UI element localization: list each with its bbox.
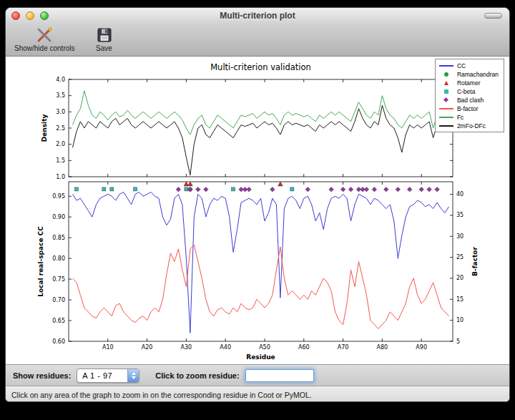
svg-text:1.0: 1.0 <box>56 174 65 180</box>
close-button[interactable] <box>11 11 20 20</box>
save-icon <box>97 26 112 44</box>
legend-entry: 2mFo-DFc <box>439 122 499 130</box>
svg-text:0.95: 0.95 <box>52 193 65 200</box>
show-residues-label: Show residues: <box>13 371 71 380</box>
svg-text:40: 40 <box>456 191 464 197</box>
svg-text:A10: A10 <box>102 344 114 351</box>
svg-text:B-factor: B-factor <box>471 247 479 276</box>
controls-bar: Show residues: A 1 - 97 Click to zoom re… <box>6 364 509 386</box>
svg-text:5: 5 <box>456 338 460 345</box>
zoom-residue-label: Click to zoom residue: <box>155 371 239 380</box>
zoom-window-button[interactable] <box>40 11 49 20</box>
legend-label: B-factor <box>457 105 479 112</box>
show-hide-controls-button[interactable]: Show/hide controls <box>14 26 75 52</box>
svg-text:0.75: 0.75 <box>52 276 65 283</box>
line-legend-marker-icon <box>439 125 453 127</box>
svg-text:Multi-criterion validation: Multi-criterion validation <box>210 62 311 72</box>
legend-label: Fc <box>457 114 464 121</box>
legend-label: Bad clash <box>457 97 484 104</box>
legend-entry: C-beta <box>439 87 499 95</box>
svg-text:A30: A30 <box>181 344 192 351</box>
svg-text:3.0: 3.0 <box>56 109 65 115</box>
line-legend-marker-icon <box>439 117 453 118</box>
diamond-legend-marker-icon <box>439 98 453 102</box>
plot-figure: Multi-criterion validation1.01.52.02.53.… <box>6 57 509 364</box>
window-title: Multi-criterion plot <box>6 11 509 21</box>
legend-label: 2mFo-DFc <box>457 122 486 130</box>
toolbar-button-label: Show/hide controls <box>14 44 75 52</box>
svg-text:1.5: 1.5 <box>56 157 65 164</box>
legend-label: C-beta <box>457 88 476 95</box>
svg-text:3.5: 3.5 <box>56 92 65 99</box>
svg-text:A20: A20 <box>142 344 153 351</box>
residue-range-select[interactable]: A 1 - 97 <box>77 368 139 383</box>
minimize-button[interactable] <box>26 11 34 20</box>
svg-text:15: 15 <box>456 296 464 303</box>
svg-text:0.85: 0.85 <box>52 235 65 241</box>
legend-entry: Ramachandran <box>439 70 499 78</box>
legend-entry: B-factor <box>439 104 499 112</box>
legend-entry: Rotamer <box>439 79 499 87</box>
residue-range-value: A 1 - 97 <box>77 371 127 380</box>
legend-entry: Fc <box>439 113 499 121</box>
svg-text:0.80: 0.80 <box>52 255 65 262</box>
legend-entry: Bad clash <box>439 96 499 104</box>
line-legend-marker-icon <box>439 108 453 109</box>
status-text: Click on any area of the graph to zoom i… <box>11 391 312 399</box>
down-arrow-icon <box>132 376 136 379</box>
svg-text:A60: A60 <box>298 344 310 351</box>
svg-text:4.0: 4.0 <box>56 77 65 83</box>
svg-text:35: 35 <box>456 212 464 218</box>
svg-text:Local real-space CC: Local real-space CC <box>37 226 44 297</box>
app-window: Multi-criterion plot Show/hide controls <box>5 7 510 402</box>
svg-text:A70: A70 <box>338 344 349 351</box>
svg-text:A90: A90 <box>416 344 427 351</box>
toolbar-button-label: Save <box>96 44 112 52</box>
svg-text:Density: Density <box>41 114 48 142</box>
plot-legend: CCRamachandranRotamerC-betaBad clashB-fa… <box>435 59 504 132</box>
legend-label: CC <box>457 62 466 69</box>
legend-entry: CC <box>439 62 499 69</box>
svg-text:0.60: 0.60 <box>52 338 65 345</box>
svg-text:10: 10 <box>456 317 464 323</box>
window-controls <box>11 11 49 20</box>
triangle-legend-marker-icon <box>439 81 453 85</box>
svg-text:20: 20 <box>456 275 464 281</box>
svg-text:2.5: 2.5 <box>56 125 65 132</box>
circle-legend-marker-icon <box>439 72 453 77</box>
line-legend-marker-icon <box>439 65 453 67</box>
legend-label: Rotamer <box>457 79 481 87</box>
svg-text:A40: A40 <box>220 344 231 351</box>
svg-text:30: 30 <box>456 233 464 240</box>
svg-text:Residue: Residue <box>246 353 275 361</box>
title-bar[interactable]: Multi-criterion plot <box>6 8 509 24</box>
svg-text:0.70: 0.70 <box>52 297 65 303</box>
stepper-arrows-icon[interactable] <box>127 369 139 382</box>
toolbar-toggle-pill[interactable] <box>484 13 502 19</box>
svg-text:A50: A50 <box>259 344 270 351</box>
svg-text:2.0: 2.0 <box>56 141 65 147</box>
toolbar: Show/hide controls Save <box>6 24 509 57</box>
save-button[interactable]: Save <box>85 26 124 52</box>
svg-text:A80: A80 <box>377 344 388 351</box>
svg-text:0.90: 0.90 <box>52 214 65 220</box>
square-legend-marker-icon <box>439 89 453 94</box>
svg-text:0.65: 0.65 <box>52 318 65 324</box>
zoom-residue-input[interactable] <box>245 369 314 382</box>
status-bar: Click on any area of the graph to zoom i… <box>6 386 509 402</box>
legend-label: Ramachandran <box>457 71 499 78</box>
svg-text:25: 25 <box>456 254 464 260</box>
tools-icon <box>35 26 54 44</box>
up-arrow-icon <box>132 372 136 375</box>
